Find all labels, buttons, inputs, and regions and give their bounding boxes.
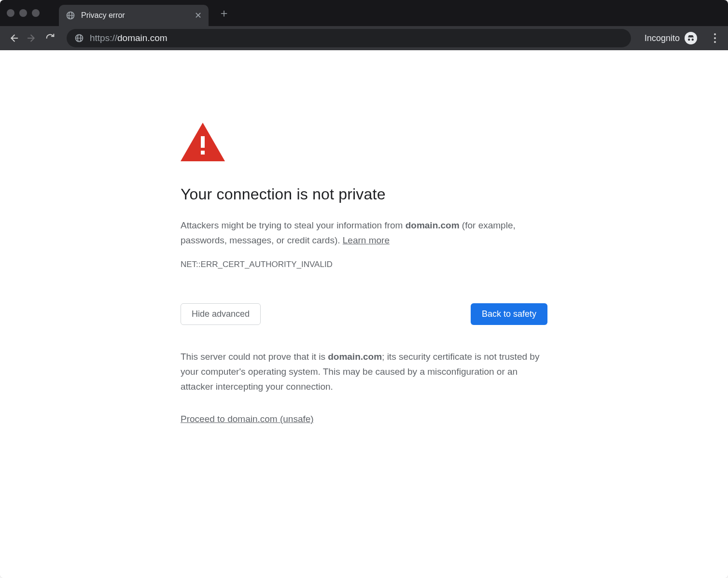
svg-rect-3 xyxy=(201,136,205,148)
incognito-indicator[interactable]: Incognito xyxy=(641,32,701,44)
url-host: domain.com xyxy=(117,33,168,43)
toolbar: https://domain.com Incognito xyxy=(0,26,728,50)
close-window-button[interactable] xyxy=(7,9,14,17)
address-bar[interactable]: https://domain.com xyxy=(67,29,631,47)
incognito-icon xyxy=(685,32,697,44)
minimize-window-button[interactable] xyxy=(19,9,27,17)
hide-advanced-button[interactable]: Hide advanced xyxy=(181,303,261,325)
warning-triangle-icon xyxy=(181,123,547,161)
titlebar: Privacy error ✕ ＋ xyxy=(0,0,728,26)
url-text: https://domain.com xyxy=(90,33,168,43)
error-code: NET::ERR_CERT_AUTHORITY_INVALID xyxy=(181,260,547,269)
warning-text-prefix: Attackers might be trying to steal your … xyxy=(181,220,406,230)
learn-more-link[interactable]: Learn more xyxy=(343,235,390,245)
maximize-window-button[interactable] xyxy=(32,9,40,17)
site-info-icon[interactable] xyxy=(74,33,84,43)
forward-button[interactable] xyxy=(25,31,39,45)
back-button[interactable] xyxy=(7,31,20,45)
page-viewport: Your connection is not private Attackers… xyxy=(0,50,728,578)
advanced-domain: domain.com xyxy=(328,352,382,362)
page-title: Your connection is not private xyxy=(181,185,547,203)
tab-title: Privacy error xyxy=(81,11,189,20)
browser-window: Privacy error ✕ ＋ https://domain.com Inc… xyxy=(0,0,728,578)
proceed-unsafe-link[interactable]: Proceed to domain.com (unsafe) xyxy=(181,414,314,424)
advanced-text-prefix: This server could not prove that it is xyxy=(181,352,328,362)
back-to-safety-button[interactable]: Back to safety xyxy=(471,303,547,325)
close-tab-icon[interactable]: ✕ xyxy=(195,11,202,20)
security-interstitial: Your connection is not private Attackers… xyxy=(171,50,557,453)
incognito-label: Incognito xyxy=(644,33,680,43)
button-row: Hide advanced Back to safety xyxy=(181,303,547,325)
svg-rect-4 xyxy=(201,151,205,155)
browser-tab[interactable]: Privacy error ✕ xyxy=(59,5,209,26)
reload-button[interactable] xyxy=(43,31,57,45)
window-controls xyxy=(7,9,40,17)
url-protocol: https:// xyxy=(90,33,117,43)
globe-icon xyxy=(66,11,75,20)
warning-paragraph: Attackers might be trying to steal your … xyxy=(181,218,547,248)
new-tab-button[interactable]: ＋ xyxy=(218,5,230,21)
warning-domain: domain.com xyxy=(406,220,460,230)
browser-menu-button[interactable] xyxy=(709,33,721,43)
advanced-explanation: This server could not prove that it is d… xyxy=(181,349,547,395)
